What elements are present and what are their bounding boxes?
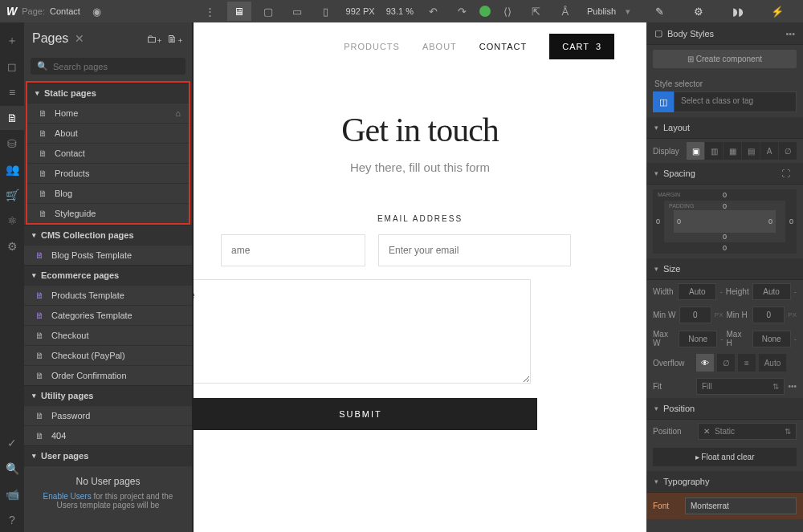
- font-select[interactable]: Montserrat: [685, 497, 797, 514]
- tablet-view-icon[interactable]: ▢: [256, 2, 280, 21]
- apps-icon[interactable]: ⚛: [0, 209, 24, 233]
- fit-select[interactable]: Fill⇅: [696, 378, 785, 395]
- redo-icon[interactable]: ↷: [450, 2, 475, 21]
- width-input[interactable]: [678, 283, 716, 300]
- nav-cart[interactable]: CART 3: [549, 34, 614, 59]
- box-icon[interactable]: ◻: [0, 55, 24, 79]
- height-input[interactable]: [752, 283, 791, 300]
- typography-header[interactable]: Typography: [646, 471, 803, 493]
- body-styles-header[interactable]: ▢Body Styles•••: [646, 22, 803, 45]
- size-header[interactable]: Size: [646, 258, 803, 280]
- message-textarea[interactable]: [193, 279, 531, 384]
- minw-input[interactable]: [679, 307, 711, 323]
- position-header[interactable]: Position: [646, 398, 803, 420]
- page-row[interactable]: 🗎Blog Posts Template: [24, 245, 192, 265]
- overflow-scroll-icon[interactable]: ≡: [738, 354, 756, 372]
- undo-icon[interactable]: ↶: [422, 2, 446, 21]
- database-icon[interactable]: ⛁: [0, 132, 24, 156]
- bolt-icon[interactable]: ⚡: [762, 6, 793, 18]
- publish-button[interactable]: Publish: [582, 6, 621, 16]
- submit-button[interactable]: SUBMIT: [193, 398, 537, 430]
- page-row[interactable]: 🗎Blog: [27, 183, 189, 203]
- overflow-visible-icon[interactable]: 👁: [696, 354, 714, 372]
- create-component-button[interactable]: ⊞ Create component: [653, 50, 797, 68]
- page-row[interactable]: 🗎404: [24, 425, 192, 445]
- page-row[interactable]: 🗎About: [27, 123, 189, 143]
- position-select[interactable]: ✕Static⇅: [698, 423, 797, 440]
- w-logo-icon[interactable]: W: [6, 5, 17, 18]
- menu-dots-icon[interactable]: •••: [785, 29, 795, 39]
- maxh-input[interactable]: [752, 331, 791, 347]
- section-static[interactable]: Static pages: [27, 83, 189, 103]
- search-box[interactable]: 🔍: [31, 58, 185, 75]
- desktop-view-icon[interactable]: 🖥: [227, 2, 251, 21]
- display-inline-block-icon[interactable]: ▤: [742, 142, 760, 160]
- enable-users-link[interactable]: Enable Users: [43, 492, 92, 501]
- search-icon[interactable]: 🔍: [0, 457, 24, 481]
- preview-icon[interactable]: ◉: [85, 2, 109, 21]
- page-row[interactable]: 🗎Home⌂: [27, 103, 189, 123]
- brush-icon[interactable]: ✎: [644, 6, 675, 18]
- page-name[interactable]: Contact: [50, 6, 80, 16]
- overflow-hidden-icon[interactable]: ∅: [717, 354, 735, 372]
- float-clear-button[interactable]: ▸ Float and clear: [653, 448, 797, 466]
- list-icon[interactable]: ≡: [0, 80, 24, 104]
- page-row[interactable]: 🗎Categories Template: [24, 305, 192, 325]
- spacing-box-model[interactable]: MARGIN PADDING 0 0 0 0 0 0 0 0: [653, 189, 797, 254]
- drops-icon[interactable]: ◗◗: [723, 6, 753, 18]
- email-input[interactable]: [378, 234, 571, 266]
- page-icon: 🗎: [35, 250, 45, 260]
- overflow-auto[interactable]: Auto: [759, 354, 786, 372]
- display-inline-icon[interactable]: A: [760, 142, 778, 160]
- video-icon[interactable]: 📹: [0, 482, 24, 506]
- display-none-icon[interactable]: ∅: [779, 142, 797, 160]
- section-utility[interactable]: Utility pages: [24, 385, 192, 405]
- display-grid-icon[interactable]: ▦: [724, 142, 741, 160]
- export-icon[interactable]: ⇱: [524, 2, 548, 21]
- status-ok-icon[interactable]: [479, 6, 491, 17]
- display-block-icon[interactable]: ▣: [687, 142, 704, 160]
- page-row[interactable]: 🗎Contact: [27, 143, 189, 163]
- check-icon[interactable]: ✓: [0, 431, 24, 455]
- page-name: Blog Posts Template: [51, 250, 132, 260]
- page-row[interactable]: 🗎Password: [24, 405, 192, 425]
- page-row[interactable]: 🗎Products Template: [24, 285, 192, 305]
- selector-input[interactable]: Select a class or tag: [674, 91, 797, 112]
- page-row[interactable]: 🗎Products: [27, 163, 189, 183]
- page-row[interactable]: 🗎Checkout: [24, 325, 192, 345]
- help-icon[interactable]: ?: [0, 508, 24, 532]
- dots-icon[interactable]: ⋮: [198, 2, 222, 21]
- page-row[interactable]: 🗎Styleguide: [27, 203, 189, 223]
- search-input[interactable]: [53, 62, 179, 71]
- new-page-icon[interactable]: 🗎₊: [166, 30, 184, 47]
- share-icon[interactable]: Å: [553, 2, 577, 21]
- gear-icon[interactable]: ⚙: [0, 234, 24, 258]
- page-row[interactable]: 🗎Order Confirmation: [24, 365, 192, 385]
- mobile-land-icon[interactable]: ▭: [285, 2, 309, 21]
- page-name: Blog: [55, 189, 72, 198]
- name-input[interactable]: [221, 234, 365, 266]
- layout-header[interactable]: Layout: [646, 117, 803, 139]
- section-user[interactable]: User pages: [24, 445, 192, 465]
- users-icon[interactable]: 👥: [0, 157, 24, 181]
- spacing-header[interactable]: Spacing⛶: [646, 163, 803, 185]
- section-cms[interactable]: CMS Collection pages: [24, 225, 192, 245]
- nav-products[interactable]: PRODUCTS: [344, 42, 400, 51]
- add-icon[interactable]: ＋: [0, 29, 24, 53]
- cart-icon[interactable]: 🛒: [0, 183, 24, 207]
- page-row[interactable]: 🗎Checkout (PayPal): [24, 345, 192, 365]
- spacing-expand-icon[interactable]: ⛶: [781, 169, 795, 178]
- nav-about[interactable]: ABOUT: [422, 42, 457, 51]
- maxw-input[interactable]: [679, 331, 717, 347]
- new-folder-icon[interactable]: 🗀₊: [145, 30, 163, 47]
- section-ecom[interactable]: Ecommerce pages: [24, 265, 192, 285]
- display-flex-icon[interactable]: ▥: [705, 142, 723, 160]
- settings-icon[interactable]: ⚙: [683, 6, 714, 18]
- close-icon[interactable]: ✕: [75, 32, 84, 45]
- mobile-view-icon[interactable]: ▯: [314, 2, 338, 21]
- selector-icon[interactable]: ◫: [653, 91, 674, 112]
- pages-icon[interactable]: 🗎: [0, 106, 24, 130]
- code-icon[interactable]: ⟨⟩: [495, 2, 520, 21]
- minh-input[interactable]: [752, 307, 785, 323]
- nav-contact[interactable]: CONTACT: [479, 42, 527, 51]
